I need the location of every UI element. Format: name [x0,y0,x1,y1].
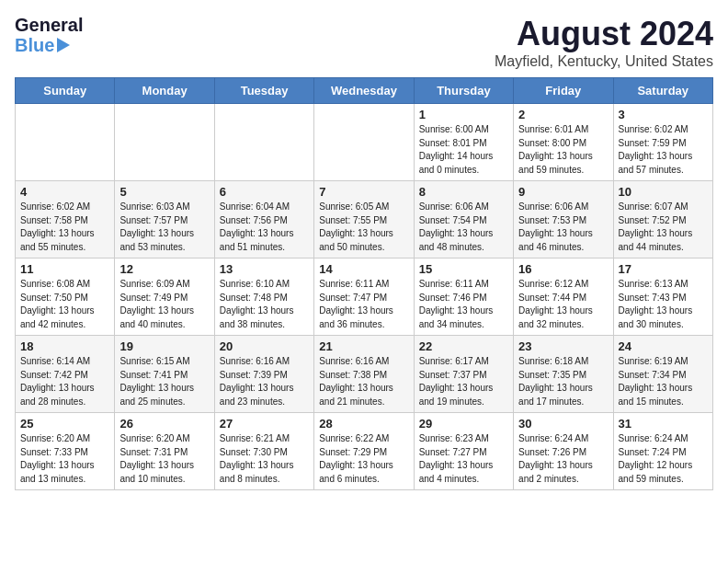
day-info: Sunrise: 6:05 AMSunset: 7:55 PMDaylight:… [319,201,408,254]
day-number: 27 [220,417,309,431]
day-number: 7 [319,185,408,199]
day-info: Sunrise: 6:22 AMSunset: 7:29 PMDaylight:… [319,432,408,486]
calendar-week-row: 11Sunrise: 6:08 AMSunset: 7:50 PMDayligh… [16,259,713,336]
day-number: 22 [419,339,508,353]
weekday-header-saturday: Saturday [613,78,712,104]
calendar-cell [115,104,214,181]
calendar-cell: 28Sunrise: 6:22 AMSunset: 7:29 PMDayligh… [314,413,414,490]
day-info: Sunrise: 6:12 AMSunset: 7:44 PMDaylight:… [518,278,608,331]
day-number: 16 [518,262,608,276]
day-number: 10 [619,185,708,199]
weekday-header-sunday: Sunday [16,78,115,104]
day-number: 31 [619,417,708,431]
calendar-cell: 16Sunrise: 6:12 AMSunset: 7:44 PMDayligh… [514,259,613,336]
day-info: Sunrise: 6:06 AMSunset: 7:53 PMDaylight:… [518,201,608,254]
calendar-cell: 11Sunrise: 6:08 AMSunset: 7:50 PMDayligh… [16,259,115,336]
calendar-cell: 27Sunrise: 6:21 AMSunset: 7:30 PMDayligh… [214,413,313,490]
day-number: 30 [518,417,608,431]
calendar-cell: 30Sunrise: 6:24 AMSunset: 7:26 PMDayligh… [514,413,613,490]
day-number: 2 [518,108,608,121]
calendar-cell: 15Sunrise: 6:11 AMSunset: 7:46 PMDayligh… [414,259,513,336]
day-number: 29 [419,417,508,431]
day-info: Sunrise: 6:24 AMSunset: 7:26 PMDaylight:… [518,432,608,486]
day-info: Sunrise: 6:01 AMSunset: 8:00 PMDaylight:… [518,123,608,177]
day-info: Sunrise: 6:07 AMSunset: 7:52 PMDaylight:… [619,201,708,254]
calendar-cell: 26Sunrise: 6:20 AMSunset: 7:31 PMDayligh… [115,413,214,490]
calendar-table: SundayMondayTuesdayWednesdayThursdayFrid… [15,77,713,490]
day-info: Sunrise: 6:23 AMSunset: 7:27 PMDaylight:… [419,432,508,486]
title-block: August 2024 Mayfield, Kentucky, United S… [495,15,713,70]
day-info: Sunrise: 6:11 AMSunset: 7:46 PMDaylight:… [419,278,508,331]
day-number: 4 [20,185,109,199]
calendar-cell: 29Sunrise: 6:23 AMSunset: 7:27 PMDayligh… [414,413,513,490]
calendar-cell: 13Sunrise: 6:10 AMSunset: 7:48 PMDayligh… [214,259,313,336]
day-info: Sunrise: 6:19 AMSunset: 7:34 PMDaylight:… [619,355,708,408]
calendar-cell: 22Sunrise: 6:17 AMSunset: 7:37 PMDayligh… [414,336,513,413]
day-info: Sunrise: 6:09 AMSunset: 7:49 PMDaylight:… [119,278,209,331]
day-info: Sunrise: 6:20 AMSunset: 7:33 PMDaylight:… [20,432,109,486]
logo-general: General [15,15,83,35]
calendar-cell: 3Sunrise: 6:02 AMSunset: 7:59 PMDaylight… [613,104,712,181]
calendar-cell: 21Sunrise: 6:16 AMSunset: 7:38 PMDayligh… [314,336,414,413]
day-number: 12 [119,262,209,276]
day-number: 17 [619,262,708,276]
weekday-header-thursday: Thursday [414,78,513,104]
day-info: Sunrise: 6:16 AMSunset: 7:39 PMDaylight:… [220,355,309,408]
calendar-cell: 14Sunrise: 6:11 AMSunset: 7:47 PMDayligh… [314,259,414,336]
logo: General Blue [15,15,83,55]
weekday-header-tuesday: Tuesday [214,78,313,104]
calendar-cell [16,104,115,181]
calendar-cell: 2Sunrise: 6:01 AMSunset: 8:00 PMDaylight… [514,104,613,181]
day-number: 8 [419,185,508,199]
day-number: 19 [119,339,209,353]
day-number: 21 [319,339,408,353]
calendar-cell: 8Sunrise: 6:06 AMSunset: 7:54 PMDaylight… [414,181,513,259]
day-number: 5 [119,185,209,199]
main-title: August 2024 [495,15,713,53]
logo-blue: Blue [15,35,54,55]
day-number: 23 [518,339,608,353]
day-info: Sunrise: 6:08 AMSunset: 7:50 PMDaylight:… [20,278,109,331]
calendar-cell: 1Sunrise: 6:00 AMSunset: 8:01 PMDaylight… [414,104,513,181]
day-number: 15 [419,262,508,276]
day-info: Sunrise: 6:00 AMSunset: 8:01 PMDaylight:… [419,123,508,177]
calendar-cell: 17Sunrise: 6:13 AMSunset: 7:43 PMDayligh… [613,259,712,336]
calendar-cell [314,104,414,181]
day-number: 6 [220,185,309,199]
calendar-cell: 4Sunrise: 6:02 AMSunset: 7:58 PMDaylight… [16,181,115,259]
weekday-header-monday: Monday [115,78,214,104]
page-header: General Blue August 2024 Mayfield, Kentu… [15,15,713,70]
day-info: Sunrise: 6:06 AMSunset: 7:54 PMDaylight:… [419,201,508,254]
day-info: Sunrise: 6:21 AMSunset: 7:30 PMDaylight:… [220,432,309,486]
day-number: 24 [619,339,708,353]
day-info: Sunrise: 6:20 AMSunset: 7:31 PMDaylight:… [119,432,209,486]
day-info: Sunrise: 6:13 AMSunset: 7:43 PMDaylight:… [619,278,708,331]
day-number: 28 [319,417,408,431]
weekday-header-wednesday: Wednesday [314,78,414,104]
weekday-header-friday: Friday [514,78,613,104]
calendar-week-row: 4Sunrise: 6:02 AMSunset: 7:58 PMDaylight… [16,181,713,259]
calendar-cell: 18Sunrise: 6:14 AMSunset: 7:42 PMDayligh… [16,336,115,413]
day-number: 25 [20,417,109,431]
day-number: 1 [419,108,508,121]
calendar-cell: 5Sunrise: 6:03 AMSunset: 7:57 PMDaylight… [115,181,214,259]
day-number: 14 [319,262,408,276]
day-info: Sunrise: 6:04 AMSunset: 7:56 PMDaylight:… [220,201,309,254]
calendar-cell: 12Sunrise: 6:09 AMSunset: 7:49 PMDayligh… [115,259,214,336]
day-number: 3 [619,108,708,121]
calendar-cell: 7Sunrise: 6:05 AMSunset: 7:55 PMDaylight… [314,181,414,259]
calendar-cell [214,104,313,181]
day-info: Sunrise: 6:10 AMSunset: 7:48 PMDaylight:… [220,278,309,331]
calendar-cell: 19Sunrise: 6:15 AMSunset: 7:41 PMDayligh… [115,336,214,413]
calendar-week-row: 18Sunrise: 6:14 AMSunset: 7:42 PMDayligh… [16,336,713,413]
day-info: Sunrise: 6:11 AMSunset: 7:47 PMDaylight:… [319,278,408,331]
weekday-header-row: SundayMondayTuesdayWednesdayThursdayFrid… [16,78,713,104]
day-number: 9 [518,185,608,199]
calendar-cell: 20Sunrise: 6:16 AMSunset: 7:39 PMDayligh… [214,336,313,413]
day-info: Sunrise: 6:18 AMSunset: 7:35 PMDaylight:… [518,355,608,408]
day-number: 20 [220,339,309,353]
calendar-cell: 6Sunrise: 6:04 AMSunset: 7:56 PMDaylight… [214,181,313,259]
subtitle: Mayfield, Kentucky, United States [495,53,713,70]
calendar-cell: 23Sunrise: 6:18 AMSunset: 7:35 PMDayligh… [514,336,613,413]
day-info: Sunrise: 6:15 AMSunset: 7:41 PMDaylight:… [119,355,209,408]
